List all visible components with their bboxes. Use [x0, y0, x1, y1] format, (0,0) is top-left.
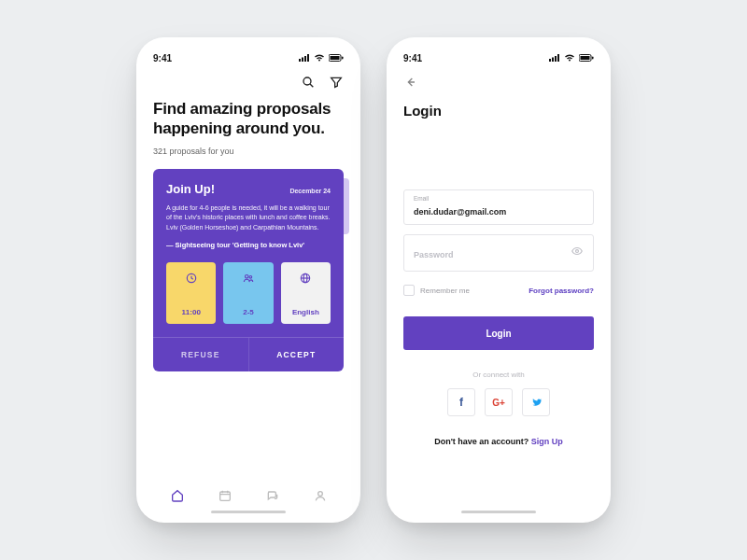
social-login-row: f G+ [403, 388, 594, 416]
svg-line-8 [310, 84, 313, 87]
tile-language-value: English [292, 308, 319, 316]
twitter-icon [530, 397, 543, 409]
arrow-left-icon [403, 75, 418, 90]
svg-rect-17 [552, 58, 554, 63]
battery-icon [579, 54, 594, 62]
signup-link[interactable]: Sign Up [531, 437, 563, 446]
svg-point-11 [249, 276, 252, 279]
wifi-icon [564, 54, 575, 62]
remember-me[interactable]: Remember me [403, 285, 470, 296]
globe-icon [299, 272, 312, 285]
tile-time[interactable]: 11:00 [166, 262, 216, 324]
svg-rect-18 [555, 56, 557, 62]
home-indicator [461, 511, 536, 513]
twitter-button[interactable] [522, 388, 550, 416]
card-tour-name: — Sightseeing tour 'Getting to know Lviv… [166, 241, 331, 249]
status-bar: 9:41 [403, 50, 594, 65]
tile-time-value: 11:00 [181, 308, 200, 316]
svg-rect-22 [592, 57, 594, 60]
login-button[interactable]: Login [403, 316, 594, 350]
card-date: December 24 [289, 188, 331, 194]
email-label: Email [414, 195, 584, 202]
login-form: Email Remember me Forgot password? Login [403, 189, 594, 350]
svg-rect-0 [299, 59, 301, 62]
google-plus-button[interactable]: G+ [485, 388, 513, 416]
nav-chat-icon[interactable] [265, 488, 280, 503]
nav-profile-icon[interactable] [313, 488, 328, 503]
signal-icon [299, 54, 310, 62]
page-title: Find amazing proposals happening around … [153, 99, 344, 139]
svg-point-23 [576, 250, 579, 253]
people-icon [242, 272, 255, 285]
svg-point-15 [317, 492, 322, 497]
refuse-button[interactable]: REFUSE [153, 338, 249, 371]
forgot-password-link[interactable]: Forgot password? [529, 287, 594, 295]
nav-home-icon[interactable] [170, 488, 185, 503]
svg-point-10 [245, 275, 248, 279]
email-input[interactable] [414, 205, 584, 217]
status-indicators [299, 54, 344, 62]
svg-point-7 [303, 77, 311, 85]
tile-language[interactable]: English [281, 262, 331, 324]
card-tiles: 11:00 2-5 English [166, 262, 331, 324]
svg-rect-3 [307, 54, 309, 62]
password-field[interactable] [403, 234, 594, 272]
battery-icon [329, 54, 344, 62]
back-button[interactable] [403, 75, 594, 93]
status-bar: 9:41 [153, 50, 344, 65]
signup-prompt: Don't have an account? [434, 437, 531, 446]
svg-rect-5 [331, 56, 340, 60]
svg-rect-21 [581, 56, 590, 60]
svg-rect-6 [342, 57, 344, 60]
proposal-count: 321 proposals for you [153, 147, 344, 156]
login-title: Login [403, 103, 594, 119]
card-header: Join Up! December 24 [166, 182, 331, 196]
proposal-card[interactable]: Join Up! December 24 A guide for 4-6 peo… [153, 169, 344, 372]
filter-icon[interactable] [329, 75, 344, 90]
or-connect-label: Or connect with [403, 371, 594, 379]
svg-rect-14 [219, 492, 230, 500]
email-field[interactable]: Email [403, 189, 594, 225]
wifi-icon [314, 54, 325, 62]
card-title: Join Up! [166, 182, 215, 196]
svg-rect-16 [549, 59, 551, 62]
password-input[interactable] [414, 248, 584, 259]
svg-rect-1 [302, 58, 303, 63]
signal-icon [549, 54, 560, 62]
remember-checkbox[interactable] [403, 285, 415, 296]
accept-button[interactable]: ACCEPT [249, 338, 345, 371]
status-time: 9:41 [153, 53, 172, 63]
phone-proposals: 9:41 Find amazing proposals happening ar… [136, 37, 360, 523]
next-card-peek [344, 178, 349, 234]
card-description: A guide for 4-6 people is needed, it wil… [166, 203, 331, 234]
facebook-button[interactable]: f [447, 388, 475, 416]
tile-people[interactable]: 2-5 [223, 262, 273, 324]
top-actions [153, 75, 344, 90]
clock-icon [185, 272, 198, 285]
svg-rect-19 [557, 54, 559, 62]
remember-label: Remember me [420, 287, 470, 295]
eye-icon[interactable] [571, 245, 584, 261]
nav-calendar-icon[interactable] [218, 488, 233, 503]
svg-rect-2 [304, 56, 306, 62]
bottom-nav [153, 479, 344, 507]
status-indicators [549, 54, 594, 62]
search-icon[interactable] [301, 75, 316, 90]
home-indicator [211, 511, 286, 513]
card-actions: REFUSE ACCEPT [153, 337, 344, 371]
phone-login: 9:41 Login Email Remember me Forgot pass… [387, 37, 611, 523]
tile-people-value: 2-5 [243, 308, 254, 316]
status-time: 9:41 [403, 53, 422, 63]
remember-forgot-row: Remember me Forgot password? [403, 285, 594, 296]
signup-row: Don't have an account? Sign Up [403, 437, 594, 446]
